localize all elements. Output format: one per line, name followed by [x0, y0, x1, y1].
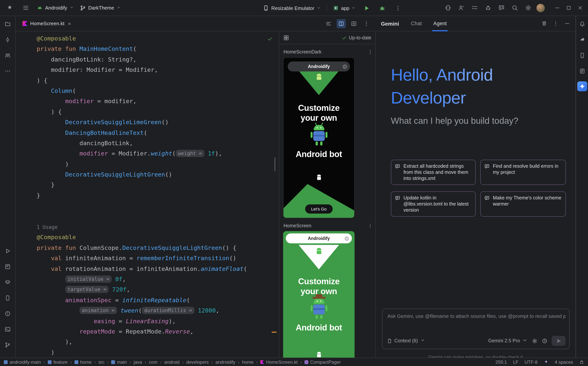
suggestion-card[interactable]: Update kotlin in @libs.version.toml to t…: [391, 191, 476, 217]
prompt-icon: [484, 164, 490, 171]
module-icon: [4, 360, 8, 364]
encoding[interactable]: UTF-8: [525, 359, 538, 365]
play-outline-icon[interactable]: [2, 246, 13, 256]
breadcrumb-item[interactable]: java: [134, 359, 142, 365]
close-tab-icon[interactable]: ×: [68, 21, 71, 26]
breadcrumb-item[interactable]: androidify: [215, 359, 235, 365]
breadcrumb-separator: ›: [94, 360, 96, 364]
breadcrumb-item[interactable]: feature: [47, 359, 68, 365]
indent-size[interactable]: 4 spaces: [555, 359, 573, 365]
design-view-icon[interactable]: [349, 19, 358, 28]
breadcrumb-item[interactable]: com: [149, 359, 157, 365]
ai-bug-icon[interactable]: [483, 3, 493, 13]
breadcrumb-item[interactable]: home: [242, 359, 253, 365]
users-icon[interactable]: [2, 50, 13, 61]
gear-icon[interactable]: [523, 3, 533, 13]
suggestion-text: Find and resolve build errors in my proj…: [493, 164, 558, 175]
code-lines-icon[interactable]: [324, 19, 333, 28]
code-area[interactable]: @Composableprivate fun MainHomeContent( …: [16, 34, 272, 358]
more-horiz-icon[interactable]: [2, 66, 13, 76]
terminal-icon[interactable]: [2, 324, 13, 335]
run-button[interactable]: [362, 3, 372, 13]
device-manager-icon[interactable]: [577, 50, 588, 61]
trash-icon[interactable]: [541, 21, 547, 26]
history-icon[interactable]: [542, 338, 548, 344]
chevron-down-icon: [420, 338, 425, 344]
editor-scrollbar[interactable]: [274, 157, 275, 171]
window-minimize-button[interactable]: [552, 3, 562, 13]
problems-icon[interactable]: [2, 308, 13, 319]
bell-icon[interactable]: [577, 19, 588, 30]
layers-icon[interactable]: [2, 277, 13, 288]
breadcrumb-separator: ›: [70, 360, 72, 364]
suggestion-card[interactable]: Find and resolve build errors in my proj…: [480, 160, 566, 185]
code-chat-icon[interactable]: [496, 3, 506, 13]
window-close-button[interactable]: [575, 3, 585, 13]
tab-homescreen-kt[interactable]: HomeScreen.kt ×: [22, 16, 74, 31]
branch-icon[interactable]: [2, 340, 13, 350]
gradle-icon[interactable]: [577, 34, 588, 45]
status-bar: androidify-main›feature›home›src›main›ja…: [0, 358, 588, 366]
breadcrumb-item[interactable]: CompactPager: [304, 359, 341, 365]
preview-scroll-area[interactable]: HomeScreenDark Androidify Customize your…: [279, 44, 375, 358]
gemini-star-icon[interactable]: [577, 81, 587, 91]
line-ending[interactable]: LF: [513, 359, 519, 365]
project-selector[interactable]: Androidify: [37, 5, 74, 11]
run-config-icon: [333, 5, 339, 11]
ui-check-icon[interactable]: [2, 261, 13, 272]
breadcrumb-separator: ›: [44, 360, 45, 364]
editor-warning-stripe[interactable]: [272, 332, 277, 333]
tab-chat[interactable]: Chat: [410, 16, 423, 31]
search-icon[interactable]: [510, 3, 519, 13]
commit-icon[interactable]: [2, 34, 13, 45]
breadcrumb-item[interactable]: HomeScreen.kt: [260, 359, 298, 365]
more-vert-icon[interactable]: [362, 19, 371, 28]
profile-avatar[interactable]: [536, 4, 545, 12]
device-stream-icon[interactable]: [443, 3, 453, 13]
breadcrumb-item[interactable]: home: [75, 359, 92, 365]
preview-toolbar: Up-to-date: [279, 31, 375, 44]
gemini-settings-icon[interactable]: [532, 338, 538, 344]
main-menu-icon[interactable]: [21, 3, 31, 13]
more-vert-icon[interactable]: [367, 223, 373, 229]
breadcrumb-item[interactable]: main: [111, 359, 127, 365]
breadcrumb-item[interactable]: androidify-main: [4, 359, 41, 365]
more-vert-icon[interactable]: [553, 21, 558, 26]
code-line: @Composable: [37, 34, 272, 44]
checklist-icon[interactable]: [470, 3, 480, 13]
ai-user-icon[interactable]: [456, 3, 466, 13]
inspections-ok-icon[interactable]: [267, 36, 273, 43]
context-chip[interactable]: Context (6): [387, 338, 425, 344]
vcs-branch-selector[interactable]: DarkTheme: [80, 5, 121, 11]
send-button[interactable]: [552, 336, 565, 346]
breadcrumb-item[interactable]: src: [98, 359, 105, 365]
tab-agent[interactable]: Agent: [432, 16, 448, 31]
window-maximize-button[interactable]: [564, 3, 573, 13]
run-config-selector[interactable]: app: [333, 5, 356, 11]
breadcrumb-separator: ›: [238, 360, 239, 364]
device-selector[interactable]: Resizable Emulator: [263, 5, 321, 11]
device-icon[interactable]: [2, 293, 13, 303]
breadcrumb-separator: ›: [300, 360, 302, 364]
gemini-input[interactable]: Ask Gemini, use @filename to attach sour…: [382, 309, 570, 349]
suggestion-card[interactable]: Extract all hardcoded strings from this …: [391, 160, 476, 185]
code-line: ),: [37, 337, 272, 348]
minimize-panel-icon[interactable]: [564, 21, 570, 26]
preview-homescreendark[interactable]: Androidify Customize your own Android bo…: [283, 57, 355, 218]
model-selector[interactable]: Gemini 2.5 Pro: [488, 337, 528, 344]
breadcrumb-item[interactable]: android: [164, 359, 180, 365]
ai-spark-icon[interactable]: [544, 359, 549, 365]
preview-app-bar: Androidify: [286, 233, 352, 243]
preview-gallery-icon[interactable]: [283, 35, 289, 41]
lock-icon[interactable]: [579, 359, 584, 365]
more-actions-icon[interactable]: [393, 3, 403, 13]
suggestion-card[interactable]: Make my Theme's color scheme warmer: [480, 191, 566, 217]
assistant-icon[interactable]: [577, 66, 588, 76]
more-vert-icon[interactable]: [367, 49, 373, 55]
caret-position[interactable]: 255:1: [496, 359, 507, 365]
debug-button[interactable]: [377, 3, 387, 13]
breadcrumb-item[interactable]: developers: [186, 359, 209, 365]
folder-icon[interactable]: [2, 19, 13, 30]
split-view-icon[interactable]: [336, 19, 346, 28]
preview-homescreen[interactable]: Androidify Customize your own Android bo…: [283, 231, 355, 358]
